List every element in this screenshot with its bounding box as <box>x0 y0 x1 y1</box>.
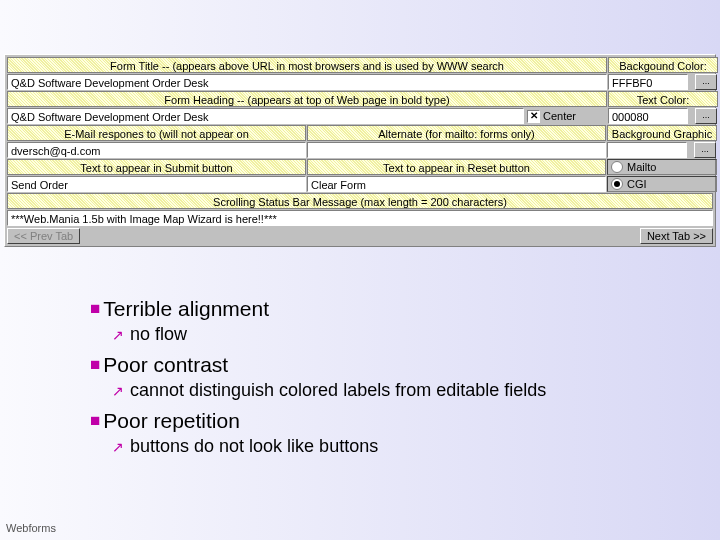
bullet-contrast-text: Poor contrast <box>103 352 228 377</box>
cgi-radio[interactable]: CGI <box>607 176 717 192</box>
mailto-radio-label: Mailto <box>627 161 656 173</box>
bullet-alignment-text: Terrible alignment <box>103 296 269 321</box>
arrow-bullet-icon: ↗ <box>112 436 124 458</box>
arrow-bullet-icon: ↗ <box>112 380 124 402</box>
bullet-repetition-sub-text: buttons do not look like buttons <box>130 436 378 458</box>
mailto-radio-icon <box>611 161 623 173</box>
bullet-repetition: ■ Poor repetition <box>90 408 546 434</box>
submit-text-field[interactable]: Send Order <box>7 176 306 192</box>
mailto-radio[interactable]: Mailto <box>607 159 717 175</box>
bullet-alignment-sub: ↗ no flow <box>112 324 546 346</box>
status-msg-label: Scrolling Status Bar Message (max length… <box>7 193 713 209</box>
alternate-label: Alternate (for mailto: forms only) <box>307 125 606 141</box>
email-label: E-Mail respones to (will not appear on <box>7 125 306 141</box>
prev-tab-button[interactable]: << Prev Tab <box>7 228 80 244</box>
bg-color-label: Backgound Color: <box>608 57 718 73</box>
cgi-radio-label: CGI <box>627 178 647 190</box>
form-heading-field[interactable]: Q&D Software Development Order Desk <box>7 108 524 124</box>
text-color-picker-button[interactable]: ... <box>695 108 717 124</box>
form-panel: Form Title -- (appears above URL in most… <box>4 54 716 247</box>
bullet-contrast: ■ Poor contrast <box>90 352 546 378</box>
form-heading-label: Form Heading -- (appears at top of Web p… <box>7 91 607 107</box>
reset-text-field[interactable]: Clear Form <box>307 176 606 192</box>
bullet-repetition-sub: ↗ buttons do not look like buttons <box>112 436 546 458</box>
bg-graphic-label: Background Graphic <box>607 125 717 141</box>
text-color-field[interactable]: 000080 <box>608 108 688 124</box>
bg-graphic-field[interactable] <box>607 142 687 158</box>
bg-graphic-picker-button[interactable]: ... <box>694 142 716 158</box>
arrow-bullet-icon: ↗ <box>112 324 124 346</box>
square-bullet-icon: ■ <box>90 408 100 434</box>
square-bullet-icon: ■ <box>90 296 100 322</box>
cgi-radio-icon <box>611 178 623 190</box>
text-color-label: Text Color: <box>608 91 718 107</box>
submit-text-label: Text to appear in Submit button <box>7 159 306 175</box>
status-msg-field[interactable]: ***Web.Mania 1.5b with Image Map Wizard … <box>7 210 713 226</box>
center-checkbox-label: Center <box>543 110 576 122</box>
bullet-alignment-sub-text: no flow <box>130 324 187 346</box>
square-bullet-icon: ■ <box>90 352 100 378</box>
email-field[interactable]: dversch@q-d.com <box>7 142 306 158</box>
bg-color-picker-button[interactable]: ... <box>695 74 717 90</box>
critique-bullets: ■ Terrible alignment ↗ no flow ■ Poor co… <box>90 296 546 464</box>
footer-label: Webforms <box>6 522 56 534</box>
center-checkbox-icon: ✕ <box>527 110 540 123</box>
center-checkbox-cell[interactable]: ✕ Center <box>525 108 607 124</box>
form-title-field[interactable]: Q&D Software Development Order Desk <box>7 74 607 90</box>
form-title-label: Form Title -- (appears above URL in most… <box>7 57 607 73</box>
bullet-repetition-text: Poor repetition <box>103 408 240 433</box>
next-tab-button[interactable]: Next Tab >> <box>640 228 713 244</box>
reset-text-label: Text to appear in Reset button <box>307 159 606 175</box>
bullet-alignment: ■ Terrible alignment <box>90 296 546 322</box>
bullet-contrast-sub-text: cannot distinguish colored labels from e… <box>130 380 546 402</box>
bullet-contrast-sub: ↗ cannot distinguish colored labels from… <box>112 380 546 402</box>
bg-color-field[interactable]: FFFBF0 <box>608 74 688 90</box>
alternate-field[interactable] <box>307 142 606 158</box>
